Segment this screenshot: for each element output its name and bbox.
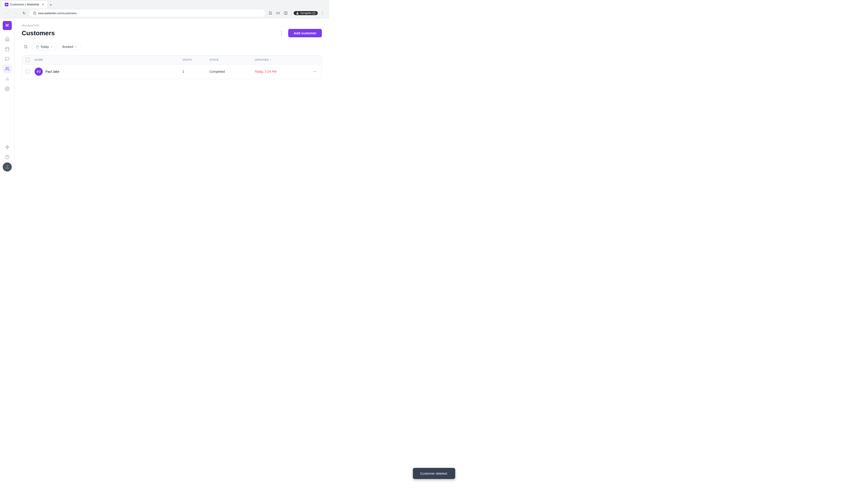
row-actions <box>305 68 318 75</box>
sidebar-item-analytics[interactable] <box>3 74 12 84</box>
lock-icon <box>33 11 36 15</box>
help-icon <box>5 155 9 159</box>
home-icon <box>5 37 9 41</box>
incognito-label: Incognito (2) <box>301 11 315 15</box>
row-menu-button[interactable] <box>312 68 318 75</box>
svg-rect-20 <box>36 46 39 48</box>
forward-button[interactable]: → <box>12 10 19 16</box>
sidebar-item-customers[interactable] <box>3 64 12 73</box>
user-avatar[interactable] <box>3 162 12 171</box>
search-button[interactable] <box>22 43 30 51</box>
incognito-badge: Incognito (2) <box>293 11 318 15</box>
sidebar-bottom <box>3 142 12 173</box>
breadcrumb: Moodjoy7434 <box>22 24 322 27</box>
status-filter-dropdown[interactable]: Booked <box>59 43 81 51</box>
svg-rect-5 <box>5 47 9 51</box>
svg-line-19 <box>26 47 27 48</box>
split-screen-button[interactable] <box>283 10 289 16</box>
new-tab-button[interactable]: + <box>48 2 54 8</box>
sidebar-item-home[interactable] <box>3 35 12 43</box>
sidebar-item-calendar[interactable] <box>3 44 12 54</box>
sidebar-item-help[interactable] <box>3 153 12 162</box>
lightning-icon <box>5 145 9 149</box>
tab-title: Customers | Waitwhile <box>10 3 39 6</box>
toolbar-icons: Incognito (2) ⋮ <box>267 10 326 16</box>
svg-point-18 <box>24 45 27 48</box>
calendar-icon <box>5 47 9 51</box>
header-actions-col <box>305 58 318 62</box>
incognito-icon <box>296 11 299 15</box>
header-updated: UPDATED ⇅ <box>255 58 305 62</box>
customer-avatar: PJ <box>35 68 43 76</box>
ellipsis-icon <box>313 70 317 73</box>
url-bar[interactable]: new.waitwhile.com/customers <box>29 9 265 17</box>
search-icon <box>24 45 28 49</box>
svg-point-17 <box>6 165 8 167</box>
table-header: NAME VISITS STATE UPDATED ⇅ <box>22 56 322 64</box>
divider <box>291 11 291 15</box>
svg-rect-0 <box>33 13 36 14</box>
date-filter-dropdown[interactable]: Today <box>33 43 56 51</box>
main-content: Moodjoy7434 Customers ⋮ Add customer <box>14 18 329 176</box>
svg-point-25 <box>315 71 315 72</box>
tab-bar: W Customers | Waitwhile ✕ + <box>0 0 329 8</box>
sidebar-item-messages[interactable] <box>3 55 12 64</box>
header-checkbox-cell <box>26 58 35 62</box>
status-filter-label: Booked <box>62 45 73 48</box>
filters-row: Today Booked <box>22 43 322 51</box>
bookmark-button[interactable] <box>267 10 274 16</box>
svg-point-24 <box>313 71 314 72</box>
page-header: Customers ⋮ Add customer <box>22 29 322 37</box>
sidebar-logo[interactable]: M <box>3 21 12 30</box>
row-checkbox[interactable] <box>26 70 30 74</box>
menu-button[interactable]: ⋮ <box>319 10 326 16</box>
customers-icon <box>5 67 9 71</box>
active-tab[interactable]: W Customers | Waitwhile ✕ <box>2 0 48 8</box>
url-text: new.waitwhile.com/customers <box>38 11 76 15</box>
customer-name: Paul Jake <box>45 70 59 73</box>
row-checkbox-cell <box>26 70 35 74</box>
svg-point-4 <box>297 12 298 13</box>
sort-icon: ⇅ <box>270 59 272 61</box>
header-name: NAME <box>35 58 182 62</box>
chevron-down-icon <box>50 45 53 48</box>
add-customer-button[interactable]: Add customer <box>288 29 322 37</box>
customer-info: PJ Paul Jake <box>35 68 182 76</box>
back-button[interactable]: ← <box>4 10 10 16</box>
table-row[interactable]: PJ Paul Jake 1 Completed Today, 2:24 PM <box>22 64 322 79</box>
browser-chrome: W Customers | Waitwhile ✕ + ← → ↻ new.wa… <box>0 0 329 18</box>
calendar-filter-icon <box>36 45 39 48</box>
svg-point-13 <box>6 88 8 90</box>
reload-button[interactable]: ↻ <box>21 10 27 16</box>
tab-favicon: W <box>5 3 8 6</box>
tab-close-button[interactable]: ✕ <box>41 3 45 6</box>
settings-icon <box>5 87 9 91</box>
chevron-down-icon-2 <box>74 45 77 48</box>
svg-marker-14 <box>5 145 9 149</box>
extensions-button[interactable] <box>275 10 281 16</box>
customer-initials: PJ <box>37 70 40 73</box>
date-filter-label: Today <box>40 45 49 48</box>
visits-cell: 1 <box>182 70 210 73</box>
state-cell: Completed <box>210 70 255 73</box>
header-checkbox[interactable] <box>26 58 30 62</box>
more-options-button[interactable]: ⋮ <box>277 29 285 37</box>
sidebar-item-lightning[interactable] <box>3 142 12 152</box>
page-title: Customers <box>22 30 55 37</box>
header-state: STATE <box>210 58 255 62</box>
svg-point-9 <box>6 67 7 69</box>
header-visits: VISITS <box>182 58 210 62</box>
customers-table: NAME VISITS STATE UPDATED ⇅ PJ Pa <box>22 55 322 79</box>
chat-icon <box>5 57 9 61</box>
user-avatar-icon <box>4 164 10 170</box>
svg-point-26 <box>315 71 316 72</box>
sidebar: M <box>0 18 14 176</box>
header-actions: ⋮ Add customer <box>277 29 322 37</box>
updated-cell: Today, 2:24 PM <box>255 70 305 73</box>
address-bar: ← → ↻ new.waitwhile.com/customers Inc <box>0 8 329 18</box>
app-container: M <box>0 18 329 176</box>
analytics-icon <box>5 76 9 81</box>
sidebar-item-settings[interactable] <box>3 84 12 93</box>
